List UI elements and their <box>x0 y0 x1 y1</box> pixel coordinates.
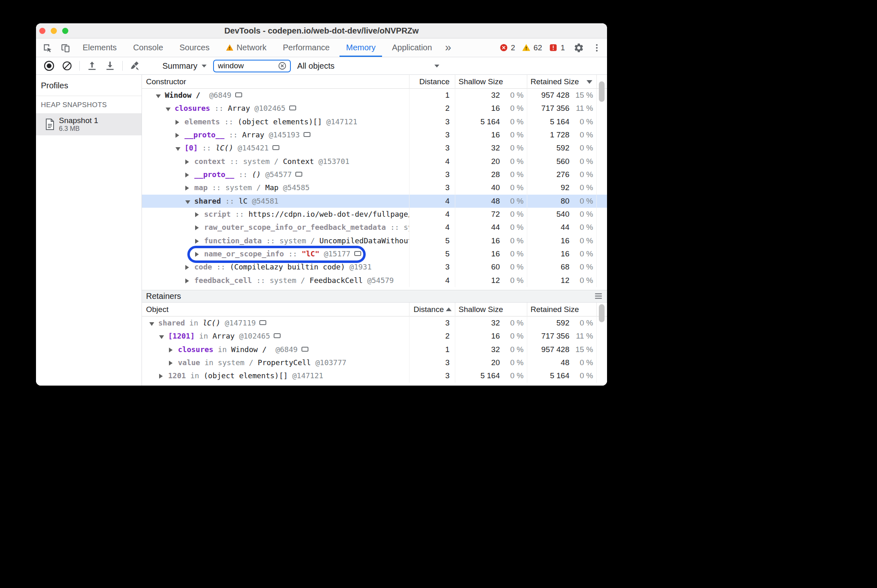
menu-button[interactable] <box>591 43 603 53</box>
constructor-row[interactable]: map :: system / Map @545853400 %920 % <box>142 181 607 194</box>
expand-arrow-icon[interactable] <box>175 133 179 138</box>
retainer-row[interactable]: [1201] in Array @1024652160 %717 35611 % <box>142 330 607 343</box>
retained-size-label: Retained Size <box>531 77 579 86</box>
tab-performance[interactable]: Performance <box>275 38 338 57</box>
retainer-row[interactable]: value in system / PropertyCell @10377732… <box>142 356 607 369</box>
column-header-shallow-size[interactable]: Shallow Size <box>455 75 527 89</box>
expand-arrow-icon[interactable] <box>195 212 199 217</box>
clear-search-button[interactable] <box>278 61 287 70</box>
value-part: @54577 <box>265 170 292 179</box>
constructor-row[interactable]: script :: https://cdpn.io/web-dot-dev/fu… <box>142 208 607 221</box>
panel-tabs: ElementsConsoleSourcesNetworkPerformance… <box>74 38 440 57</box>
warning-count: 62 <box>533 43 542 52</box>
tab-memory[interactable]: Memory <box>338 38 384 57</box>
collapse-arrow-icon[interactable] <box>166 108 171 111</box>
collapse-arrow-icon[interactable] <box>185 200 190 204</box>
constructor-row[interactable]: shared :: lC @545814480 %800 % <box>142 195 607 208</box>
constructor-row[interactable]: elements :: (object elements)[] @1471213… <box>142 115 607 128</box>
expand-arrow-icon[interactable] <box>185 278 189 283</box>
column-header-distance[interactable]: Distance <box>409 75 455 89</box>
collapse-arrow-icon[interactable] <box>175 147 180 151</box>
sidebar-item-snapshot-1[interactable]: Snapshot 1 6.3 MB <box>36 113 142 135</box>
reveal-icon[interactable] <box>354 251 361 256</box>
expand-arrow-icon[interactable] <box>195 225 199 230</box>
more-tabs-button[interactable]: » <box>440 38 456 57</box>
save-profile-button[interactable] <box>101 58 119 74</box>
tab-console[interactable]: Console <box>125 38 171 57</box>
expand-arrow-icon[interactable] <box>169 348 173 352</box>
object-cell: __proto__ :: () @54577 <box>142 168 409 181</box>
settings-button[interactable] <box>570 43 588 53</box>
clear-profiles-button[interactable] <box>58 58 76 74</box>
reveal-icon[interactable] <box>259 320 266 325</box>
inspect-element-button[interactable] <box>38 38 56 57</box>
tab-network[interactable]: Network <box>218 38 274 57</box>
load-profile-button[interactable] <box>83 58 101 74</box>
console-warnings-badge[interactable]: 62 <box>520 43 544 52</box>
expand-arrow-icon[interactable] <box>169 361 173 366</box>
retained-size-cell: 1 7280 % <box>527 128 596 141</box>
constructor-row[interactable]: name_or_scope_info :: "lC" @151775160 %1… <box>142 247 607 260</box>
retainer-row[interactable]: 1201 in (object elements)[] @14712135 16… <box>142 369 607 382</box>
status-badges: 2 62 1 <box>497 38 607 57</box>
tab-application[interactable]: Application <box>384 38 440 57</box>
expand-arrow-icon[interactable] <box>185 173 189 177</box>
reveal-icon[interactable] <box>301 347 308 352</box>
reveal-icon[interactable] <box>295 172 302 177</box>
perspective-select[interactable]: Summary <box>162 61 207 71</box>
retainers-menu-button[interactable] <box>594 292 603 301</box>
reveal-icon[interactable] <box>304 132 310 137</box>
tab-sources[interactable]: Sources <box>171 38 218 57</box>
column-header-shallow-size[interactable]: Shallow Size <box>455 303 527 316</box>
constructor-row[interactable]: feedback_cell :: system / FeedbackCell @… <box>142 274 607 287</box>
scrollbar-thumb[interactable] <box>599 81 605 102</box>
constructor-row[interactable]: code :: (CompileLazy builtin code) @1931… <box>142 260 607 274</box>
collapse-arrow-icon[interactable] <box>149 322 154 326</box>
toolbar-divider <box>122 61 123 71</box>
reveal-icon[interactable] <box>272 145 279 150</box>
expand-arrow-icon[interactable] <box>185 265 189 270</box>
object-cell: feedback_cell :: system / FeedbackCell @… <box>142 274 409 287</box>
object-cell: script :: https://cdpn.io/web-dot-dev/fu… <box>142 208 409 221</box>
constructor-row[interactable]: closures :: Array @1024652160 %717 35611… <box>142 102 607 115</box>
clear-view-button[interactable] <box>126 58 144 74</box>
object-filter-select[interactable]: All objects <box>297 61 443 71</box>
edge-separator: :: <box>284 249 301 258</box>
column-header-object[interactable]: Object <box>142 303 409 316</box>
constructor-row[interactable]: raw_outer_scope_info_or_feedback_metadat… <box>142 221 607 234</box>
retained-size-cell: 2760 % <box>527 168 596 181</box>
expand-arrow-icon[interactable] <box>159 374 163 379</box>
expand-arrow-icon[interactable] <box>185 159 189 164</box>
scrollbar-thumb[interactable] <box>599 304 605 322</box>
reveal-icon[interactable] <box>289 105 296 110</box>
collapse-arrow-icon[interactable] <box>159 335 164 339</box>
column-header-retained-size[interactable]: Retained Size <box>527 75 596 89</box>
expand-arrow-icon[interactable] <box>175 120 179 125</box>
collapse-arrow-icon[interactable] <box>156 94 161 98</box>
retainer-row[interactable]: closures in Window / @68491320 %957 4281… <box>142 343 607 356</box>
console-errors-badge[interactable]: 2 <box>497 43 517 52</box>
class-filter-input[interactable] <box>218 61 278 70</box>
expand-arrow-icon[interactable] <box>195 252 199 257</box>
expand-arrow-icon[interactable] <box>195 239 199 244</box>
object-cell: function_data :: system / UncompiledData… <box>142 234 409 247</box>
constructor-row[interactable]: context :: system / Context @1537014200 … <box>142 155 607 168</box>
reveal-icon[interactable] <box>274 333 281 338</box>
column-header-retained-size[interactable]: Retained Size <box>527 303 596 316</box>
column-header-constructor[interactable]: Constructor <box>142 75 409 89</box>
constructor-row[interactable]: function_data :: system / UncompiledData… <box>142 234 607 247</box>
expand-arrow-icon[interactable] <box>185 186 189 191</box>
object-cell: value in system / PropertyCell @103777 <box>142 356 409 369</box>
reveal-icon[interactable] <box>235 92 242 97</box>
device-toolbar-button[interactable] <box>56 38 74 57</box>
constructor-row[interactable]: __proto__ :: Array @1451933160 %1 7280 % <box>142 128 607 141</box>
constructor-row[interactable]: __proto__ :: () @545773280 %2760 % <box>142 168 607 181</box>
edge-name: [1201] <box>168 332 195 340</box>
retainer-row[interactable]: shared in lC() @1471193320 %5920 % <box>142 316 607 330</box>
column-header-distance[interactable]: Distance <box>409 303 455 316</box>
take-snapshot-button[interactable] <box>40 58 58 74</box>
constructor-row[interactable]: [0] :: lC() @1454213320 %5920 % <box>142 141 607 155</box>
constructor-row[interactable]: Window / @68491320 %957 42815 % <box>142 89 607 102</box>
tab-elements[interactable]: Elements <box>74 38 125 57</box>
issues-badge[interactable]: 1 <box>547 43 567 52</box>
